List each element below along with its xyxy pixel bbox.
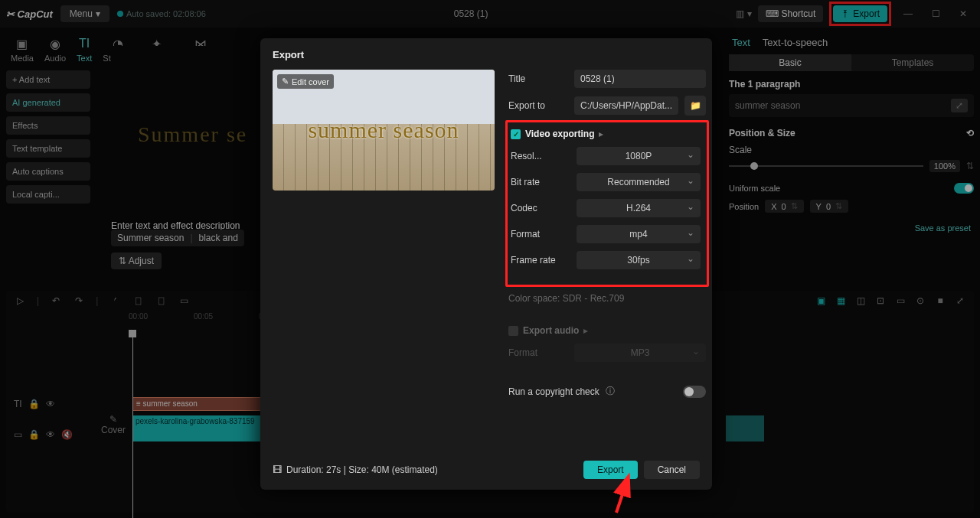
pencil-icon: ✎ [282, 77, 289, 86]
resolution-dropdown[interactable]: 1080P [577, 147, 701, 165]
text-input[interactable]: summer season⤢ [729, 94, 974, 117]
sidebar-text-template[interactable]: Text template [6, 139, 90, 158]
subtab-templates[interactable]: Templates [851, 54, 974, 71]
sidebar-effects[interactable]: Effects [6, 116, 90, 135]
tl-icon-b[interactable]: ▦ [835, 295, 847, 306]
video-export-checkbox[interactable]: ✓ [511, 129, 521, 139]
video-export-highlight: ✓Video exporting ▸ Resol...1080P Bit rat… [505, 120, 709, 287]
tab-audio[interactable]: ◉Audio [44, 37, 66, 63]
subtab-basic[interactable]: Basic [729, 54, 851, 71]
codec-dropdown[interactable]: H.264 [577, 199, 701, 217]
trim-right-icon[interactable]: ⎕ [155, 295, 167, 306]
dialog-cancel-button[interactable]: Cancel [644, 461, 700, 479]
framerate-dropdown[interactable]: 30fps [577, 251, 701, 269]
delete-icon[interactable]: ▭ [178, 295, 190, 306]
undo-icon[interactable]: ↶ [50, 295, 62, 306]
text-clip[interactable]: ≡ summer season [132, 397, 263, 411]
redo-icon[interactable]: ↷ [73, 295, 85, 306]
tag2: black and [199, 233, 238, 243]
mute-icon[interactable]: 🔇 [61, 429, 73, 440]
shortcut-label: Shortcut [782, 8, 816, 19]
trim-left-icon[interactable]: ⎕ [132, 295, 144, 306]
info-icon[interactable]: ⓘ [606, 385, 615, 398]
track1-controls[interactable]: TI🔒👁 [14, 399, 55, 409]
text-track-icon: TI [14, 399, 22, 409]
uniform-scale-label: Uniform scale [729, 184, 780, 193]
tag1: Summer season [117, 233, 184, 243]
adjust-button[interactable]: ⇅ Adjust [111, 252, 162, 269]
shortcut-button[interactable]: ⌨Shortcut [758, 5, 824, 22]
sidebar-add-text[interactable]: + Add text [6, 70, 90, 89]
track2-controls[interactable]: ▭🔒👁🔇 [14, 429, 73, 440]
tl-expand-icon[interactable]: ⤢ [954, 295, 966, 306]
export-icon: ⭱ [841, 8, 850, 19]
tl-icon-f[interactable]: ⊙ [914, 295, 926, 306]
text-icon: TI [79, 37, 90, 52]
title-input[interactable]: 0528 (1) [574, 70, 706, 88]
tab-audio-label: Audio [44, 54, 66, 63]
video-clip[interactable]: pexels-karolina-grabowska-837159 [132, 415, 263, 441]
sidebar-local-captions[interactable]: Local capti... [6, 185, 90, 204]
format-dropdown[interactable]: mp4 [577, 225, 701, 243]
title-label: Title [508, 73, 568, 84]
cover-label: Cover [101, 425, 126, 435]
export-path-input[interactable]: C:/Users/HP/AppDat... [574, 96, 678, 115]
tl-icon-c[interactable]: ◫ [854, 295, 867, 306]
browse-folder-button[interactable]: 📁 [684, 96, 706, 116]
playhead[interactable] [132, 334, 133, 518]
tab-media[interactable]: ▣Media [11, 37, 34, 63]
uniform-scale-toggle[interactable] [954, 183, 974, 194]
audio-export-checkbox[interactable]: ✓ [508, 326, 518, 336]
export-button-top[interactable]: ⭱Export [833, 5, 887, 22]
minimize-icon[interactable]: — [897, 8, 919, 19]
scale-value[interactable]: 100% [929, 160, 960, 172]
bitrate-dropdown[interactable]: Recommended [577, 173, 701, 191]
scale-slider[interactable] [729, 165, 923, 167]
position-label: Position [729, 202, 759, 211]
maximize-icon[interactable]: ☐ [925, 8, 946, 19]
lock-icon[interactable]: 🔒 [28, 399, 40, 409]
layout-icon[interactable]: ▥ ▾ [736, 8, 751, 19]
sidebar-auto-captions[interactable]: Auto captions [6, 162, 90, 181]
stepper-icon[interactable]: ⇅ [966, 161, 974, 171]
eye-icon[interactable]: 👁 [46, 399, 55, 409]
pointer-tool-icon[interactable]: ▷ [14, 295, 26, 306]
cover-button[interactable]: ✎Cover [98, 414, 129, 435]
tab-text[interactable]: TIText [77, 37, 92, 63]
right-tab-text[interactable]: Text [732, 37, 750, 48]
tl-icon-g[interactable]: ■ [934, 295, 946, 306]
tl-icon-a[interactable]: ▣ [815, 295, 827, 306]
save-preset-button[interactable]: Save as preset [729, 220, 974, 236]
pos-y-input[interactable]: Y0⇅ [810, 200, 848, 213]
menu-button[interactable]: Menu▾ [60, 5, 109, 22]
expand-icon[interactable]: ⤢ [951, 99, 968, 112]
autosave-text: Auto saved: 02:08:06 [126, 9, 206, 18]
close-icon[interactable]: ✕ [952, 8, 974, 19]
codec-label: Codec [511, 203, 570, 213]
far-clip[interactable] [726, 415, 764, 441]
tl-icon-e[interactable]: ▭ [894, 295, 906, 306]
audio-format-label: Format [508, 347, 568, 358]
split-icon[interactable]: ⎖ [109, 295, 121, 306]
eye-icon[interactable]: 👁 [46, 429, 55, 440]
right-tab-tts[interactable]: Text-to-speech [763, 37, 828, 48]
keyboard-icon: ⌨ [766, 8, 779, 19]
video-track-icon: ▭ [14, 429, 22, 440]
lock-icon[interactable]: 🔒 [28, 429, 40, 440]
dialog-export-button[interactable]: Export [583, 461, 638, 479]
copyright-toggle[interactable] [683, 386, 706, 398]
reset-icon[interactable]: ⟲ [966, 128, 974, 138]
resolution-label: Resol... [511, 151, 570, 161]
audio-section-label: Export audio [523, 325, 579, 336]
chevron-down-icon: ▾ [96, 8, 100, 19]
cover-text: summer season [308, 117, 459, 143]
tl-icon-d[interactable]: ⊡ [874, 295, 887, 306]
sidebar-ai-generated[interactable]: AI generated [6, 93, 90, 112]
pos-x-input[interactable]: X0⇅ [765, 200, 803, 213]
description-tags[interactable]: Summer season|black and [111, 230, 244, 246]
app-logo: ✂ CapCut [6, 8, 53, 20]
y-label: Y [816, 202, 822, 211]
autosave-status: Auto saved: 02:08:06 [117, 9, 206, 18]
slider-thumb[interactable] [750, 162, 758, 170]
edit-cover-button[interactable]: ✎Edit cover [277, 74, 334, 89]
